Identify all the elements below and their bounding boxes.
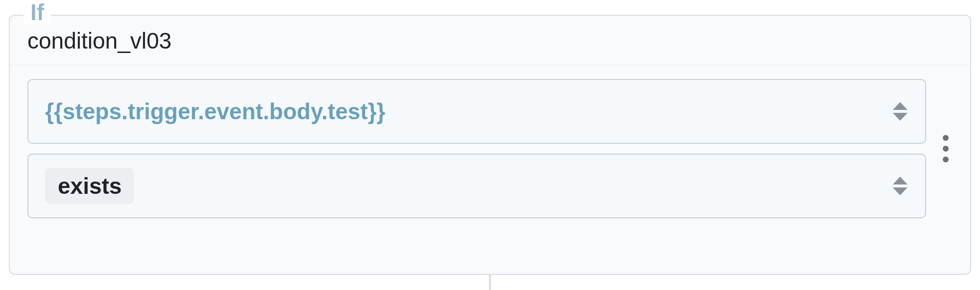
operator-chip: exists xyxy=(45,168,134,204)
if-condition-block: If condition_vl03 {{steps.trigger.event.… xyxy=(9,15,971,275)
condition-body: {{steps.trigger.event.body.test}} exists xyxy=(10,65,970,229)
operator-field[interactable]: exists xyxy=(27,154,926,218)
block-legend: If xyxy=(24,1,51,24)
more-options-button[interactable] xyxy=(936,135,956,162)
flow-connector xyxy=(489,274,491,290)
select-toggle-icon[interactable] xyxy=(892,175,908,197)
expression-value: {{steps.trigger.event.body.test}} xyxy=(45,98,385,125)
expression-field[interactable]: {{steps.trigger.event.body.test}} xyxy=(27,79,926,144)
condition-fields: {{steps.trigger.event.body.test}} exists xyxy=(27,79,926,218)
select-toggle-icon[interactable] xyxy=(892,100,908,123)
condition-name[interactable]: condition_vl03 xyxy=(10,16,970,65)
